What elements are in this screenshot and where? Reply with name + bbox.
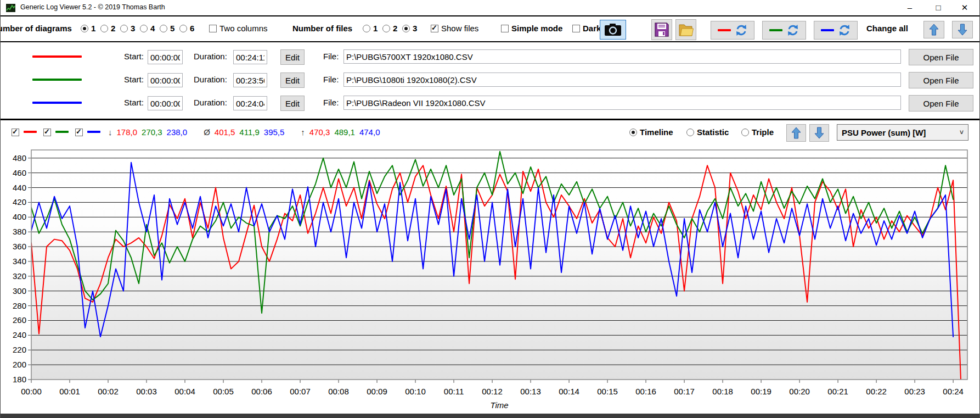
view-mode-triple-radio[interactable]: Triple	[741, 127, 774, 137]
svg-text:00:24: 00:24	[943, 387, 964, 396]
svg-text:00:22: 00:22	[866, 387, 887, 396]
svg-text:00:23: 00:23	[904, 387, 925, 396]
max-icon: ↑	[301, 127, 305, 137]
diagrams-radio-3[interactable]: 3	[120, 24, 135, 33]
series-green-visibility-checkbox[interactable]	[43, 127, 51, 137]
dark-mode-checkbox[interactable]: Dark	[572, 24, 601, 33]
edit-button[interactable]: Edit	[280, 73, 305, 88]
start-input[interactable]	[148, 96, 183, 110]
edit-button[interactable]: Edit	[280, 96, 305, 111]
sync-red-button[interactable]	[711, 21, 754, 40]
max-blue: 474,0	[359, 127, 380, 137]
change-all-down-button[interactable]	[952, 21, 973, 38]
chart-area: 1802002202402602803003203403603804004204…	[1, 144, 980, 414]
svg-text:00:01: 00:01	[59, 387, 80, 396]
screenshot-button[interactable]	[600, 20, 626, 40]
diagrams-radio-2[interactable]: 2	[100, 24, 115, 33]
taskbar-edge	[1, 414, 979, 418]
diagrams-radio-5[interactable]: 5	[160, 24, 174, 33]
duration-input[interactable]	[233, 73, 267, 87]
files-radio-3[interactable]: 3	[402, 24, 417, 33]
svg-text:00:00: 00:00	[21, 387, 42, 396]
file-label: File:	[323, 98, 339, 107]
svg-text:00:11: 00:11	[444, 387, 464, 396]
maximize-button[interactable]: □	[926, 0, 951, 15]
signal-selector-value: PSU Power (sum) [W]	[842, 128, 926, 137]
svg-text:320: 320	[13, 271, 26, 281]
open-file-button[interactable]: Open File	[909, 49, 973, 65]
title-bar: Generic Log Viewer 5.2 - © 2019 Thomas B…	[1, 0, 979, 16]
checkbox-icon	[431, 25, 438, 32]
change-all-up-button[interactable]	[923, 21, 944, 38]
blue-series-dash	[87, 131, 100, 133]
sync-blue-button[interactable]	[814, 21, 858, 40]
file-path-input[interactable]	[343, 96, 901, 110]
svg-text:00:18: 00:18	[712, 387, 733, 396]
svg-text:420: 420	[13, 197, 26, 207]
file-label: File:	[323, 52, 339, 61]
svg-text:480: 480	[13, 153, 26, 163]
duration-input[interactable]	[233, 96, 267, 110]
radio-icon	[81, 25, 88, 32]
radio-icon	[120, 25, 128, 32]
files-radio-1[interactable]: 1	[363, 24, 378, 33]
svg-text:00:19: 00:19	[751, 387, 771, 396]
series-red-visibility-checkbox[interactable]	[12, 127, 19, 137]
series-blue-visibility-checkbox[interactable]	[75, 127, 83, 137]
files-radio-2[interactable]: 2	[382, 24, 397, 33]
avg-blue: 395,5	[264, 127, 285, 137]
svg-text:300: 300	[13, 286, 26, 296]
svg-text:280: 280	[13, 301, 26, 310]
open-folder-button[interactable]	[675, 19, 696, 40]
two-columns-checkbox[interactable]: Two columns	[209, 24, 268, 33]
files-count-label: Number of files	[292, 24, 352, 33]
save-button[interactable]	[651, 19, 672, 40]
radio-icon	[363, 25, 370, 32]
radio-icon	[686, 129, 694, 136]
sync-icon	[735, 24, 747, 36]
radio-icon	[741, 129, 749, 136]
file-row: Start: Duration: Edit File: Open File	[1, 46, 979, 69]
series-color-line	[32, 79, 82, 81]
signal-down-button[interactable]	[809, 124, 829, 142]
avg-green: 411,9	[239, 127, 259, 137]
svg-text:00:08: 00:08	[328, 387, 349, 396]
close-button[interactable]: ✕	[952, 0, 977, 15]
svg-text:180: 180	[13, 375, 26, 384]
start-label: Start:	[124, 98, 144, 107]
folder-icon	[678, 23, 694, 37]
signal-up-button[interactable]	[786, 124, 806, 142]
open-file-button[interactable]: Open File	[909, 95, 973, 112]
chart-plot-area[interactable]: 1802002202402602803003203403603804004204…	[1, 144, 980, 414]
red-series-dash	[718, 29, 731, 31]
edit-button[interactable]: Edit	[280, 49, 305, 65]
svg-text:00:14: 00:14	[559, 387, 579, 396]
file-row: Start: Duration: Edit File: Open File	[1, 69, 979, 92]
start-input[interactable]	[148, 73, 183, 87]
arrow-down-icon	[958, 24, 967, 36]
min-green: 270,3	[142, 127, 162, 137]
simple-mode-checkbox[interactable]: Simple mode	[501, 24, 562, 33]
svg-text:00:05: 00:05	[213, 387, 234, 396]
sync-icon	[838, 24, 851, 36]
start-input[interactable]	[148, 50, 183, 64]
minimize-button[interactable]: –	[897, 0, 922, 15]
diagrams-radio-4[interactable]: 4	[140, 24, 155, 33]
sync-green-button[interactable]	[762, 21, 806, 40]
view-mode-timeline-radio[interactable]: Timeline	[629, 127, 673, 137]
signal-selector-dropdown[interactable]: PSU Power (sum) [W] ˅	[837, 124, 968, 141]
start-label: Start:	[124, 52, 144, 61]
diagrams-radio-1[interactable]: 1	[81, 24, 95, 33]
checkbox-icon	[572, 25, 580, 32]
min-red: 178,0	[117, 127, 138, 137]
camera-icon	[605, 23, 621, 36]
duration-input[interactable]	[233, 50, 267, 64]
show-files-checkbox[interactable]: Show files	[431, 24, 478, 33]
series-color-line	[32, 55, 82, 58]
file-path-input[interactable]	[343, 73, 901, 87]
radio-icon	[179, 25, 187, 32]
open-file-button[interactable]: Open File	[909, 72, 973, 88]
view-mode-statistic-radio[interactable]: Statistic	[686, 127, 729, 137]
file-path-input[interactable]	[343, 49, 901, 64]
diagrams-radio-6[interactable]: 6	[179, 24, 194, 33]
